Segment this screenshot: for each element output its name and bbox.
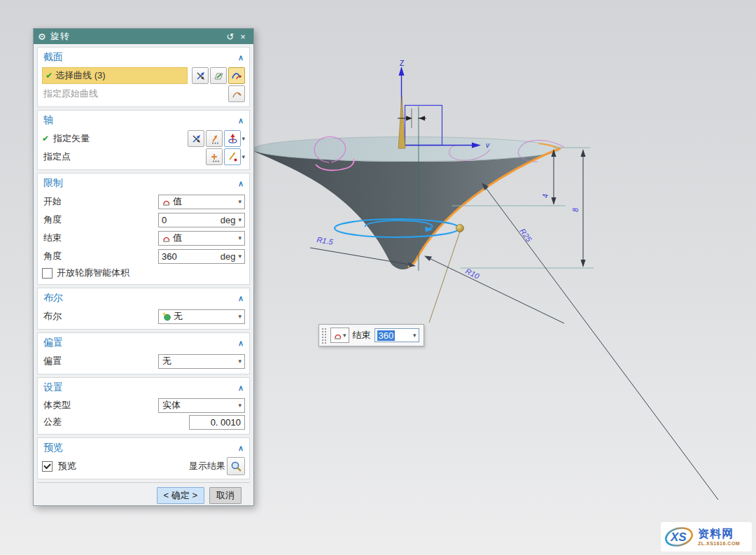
- offset-label: 偏置: [42, 355, 158, 367]
- group-settings: 设置 ∧ 体类型 实体 ▾ 公差 0. 0010: [37, 377, 250, 435]
- group-offset-title: 偏置: [43, 337, 63, 349]
- tolerance-value: 0. 0010: [211, 417, 241, 428]
- group-axis-title: 轴: [43, 114, 53, 127]
- group-section-title: 截面: [43, 51, 63, 64]
- end-mode-mini-dropdown[interactable]: ▾: [330, 328, 349, 343]
- origin-curve-label: 指定原始曲线: [42, 87, 227, 100]
- boolean-dropdown[interactable]: 无 ▾: [158, 309, 245, 324]
- start-angle-input[interactable]: 0 deg ▾: [158, 213, 245, 227]
- group-limits-title: 限制: [43, 177, 63, 190]
- chevron-down-icon[interactable]: ▾: [238, 216, 241, 223]
- dialog-titlebar[interactable]: ⚙ 旋转 ↺ ×: [34, 29, 253, 44]
- start-angle-value: 0: [162, 215, 220, 225]
- chevron-down-icon[interactable]: ▾: [413, 332, 416, 339]
- r10-leader-line: [426, 257, 564, 324]
- check-icon: ✔: [42, 134, 49, 143]
- mini-end-angle-input[interactable]: 360 ▾: [374, 328, 419, 342]
- mini-end-label: 结束: [353, 329, 371, 342]
- group-boolean-title: 布尔: [43, 292, 63, 304]
- application-window: Z v 4 8 R1.5: [0, 0, 756, 555]
- origin-curve-button[interactable]: [228, 85, 245, 102]
- body-type-dropdown[interactable]: 实体 ▾: [158, 398, 245, 413]
- r10-label: R10: [464, 267, 481, 281]
- select-curve-label: 选择曲线 (3): [55, 69, 106, 82]
- sketch-section-button[interactable]: [210, 67, 227, 84]
- group-boolean: 布尔 ∧ 布尔 无 ▾: [37, 288, 250, 330]
- close-icon[interactable]: ×: [237, 31, 249, 42]
- revolve-axis-button[interactable]: [224, 130, 241, 147]
- body-type-value: 实体: [162, 399, 237, 412]
- curve-rule-button[interactable]: [228, 67, 245, 84]
- z-axis-arrowhead: [399, 66, 405, 76]
- chevron-down-icon: ▾: [238, 358, 241, 365]
- start-angle-label: 角度: [42, 213, 158, 226]
- chevron-down-icon: ▾: [343, 332, 346, 339]
- deselect-button[interactable]: [192, 67, 209, 84]
- tolerance-label: 公差: [42, 416, 189, 428]
- check-icon: ✔: [46, 71, 52, 80]
- chevron-down-icon: ▾: [238, 313, 241, 320]
- group-preview-title: 预览: [43, 442, 63, 454]
- boolean-none-icon: [162, 311, 172, 321]
- start-angle-unit: deg: [220, 215, 236, 225]
- group-axis: 轴 ∧ ✔ 指定矢量: [37, 110, 250, 170]
- chevron-up-icon[interactable]: ∧: [238, 53, 244, 62]
- chevron-up-icon[interactable]: ∧: [238, 384, 244, 393]
- watermark-site-name: 资料网: [698, 528, 740, 540]
- dim4-value: 4: [542, 194, 550, 198]
- preview-checkbox[interactable]: [42, 461, 52, 472]
- offset-dropdown[interactable]: 无 ▾: [158, 354, 245, 369]
- dim8-arrow-top: [581, 149, 586, 157]
- chevron-up-icon[interactable]: ∧: [238, 116, 244, 125]
- watermark-logo-text: XS: [670, 531, 687, 544]
- r15-label: R1.5: [316, 235, 335, 246]
- tolerance-input[interactable]: 0. 0010: [189, 415, 245, 430]
- end-angle-input[interactable]: 360 deg ▾: [158, 249, 245, 264]
- point-dialog-button[interactable]: [206, 148, 223, 165]
- start-label: 开始: [42, 195, 158, 208]
- group-preview: 预览 ∧ 预览 显示结果: [37, 437, 250, 479]
- revolve-dialog: ⚙ 旋转 ↺ × 截面 ∧ ✔ 选择曲线 (3): [33, 28, 254, 506]
- handle-leader-line: [429, 232, 460, 323]
- reset-icon[interactable]: ↺: [224, 31, 237, 42]
- open-profile-checkbox[interactable]: [42, 268, 52, 279]
- chevron-up-icon[interactable]: ∧: [238, 294, 244, 303]
- start-mode-dropdown[interactable]: 值 ▾: [158, 195, 245, 209]
- open-profile-label: 开放轮廓智能体积: [57, 267, 130, 279]
- end-mode-dropdown[interactable]: 值 ▾: [158, 231, 245, 246]
- vector-dialog-icon: [209, 134, 220, 144]
- z-axis-label: Z: [400, 59, 405, 67]
- ok-button[interactable]: < 确定 >: [157, 487, 204, 504]
- mini-end-angle-value: 360: [377, 330, 396, 341]
- select-curve-field[interactable]: ✔ 选择曲线 (3): [42, 67, 188, 84]
- drag-grip-icon[interactable]: [321, 327, 327, 344]
- onscreen-input-toolbar[interactable]: ▾ 结束 360 ▾: [318, 324, 424, 346]
- preview-label: 预览: [57, 460, 189, 472]
- point-constructor-button[interactable]: [224, 148, 241, 165]
- funnel-top-face[interactable]: [253, 137, 560, 162]
- dialog-footer: < 确定 > 取消: [37, 482, 250, 505]
- chevron-down-icon[interactable]: ▾: [238, 253, 241, 260]
- chevron-down-icon[interactable]: ▾: [241, 153, 245, 160]
- chevron-down-icon[interactable]: ▾: [241, 135, 245, 142]
- show-result-button[interactable]: [227, 457, 245, 475]
- watermark: XS 资料网 ZL.XS1616.COM: [661, 522, 752, 552]
- chevron-up-icon[interactable]: ∧: [238, 444, 244, 453]
- offset-value: 无: [162, 355, 237, 367]
- vector-dialog-button[interactable]: [206, 130, 223, 147]
- angle-drag-handle-ball[interactable]: [456, 225, 464, 232]
- funnel-body-surface[interactable]: [253, 149, 560, 269]
- vector-constructor-button[interactable]: [188, 130, 204, 147]
- point-icon: [227, 151, 238, 162]
- revolve-axis-vector-arrow[interactable]: [398, 96, 405, 148]
- body-type-label: 体类型: [42, 399, 158, 412]
- magnifier-icon: [230, 461, 242, 472]
- dim4-arrow-bottom: [552, 197, 556, 205]
- chevron-up-icon[interactable]: ∧: [238, 179, 244, 188]
- end-mode-value: 值: [173, 232, 237, 244]
- cancel-button[interactable]: 取消: [209, 487, 241, 504]
- crossed-arrows-icon: [195, 71, 206, 81]
- group-limits: 限制 ∧ 开始 值 ▾ 角度: [37, 173, 250, 285]
- chevron-up-icon[interactable]: ∧: [238, 339, 244, 348]
- specify-vector-label: 指定矢量: [52, 132, 186, 145]
